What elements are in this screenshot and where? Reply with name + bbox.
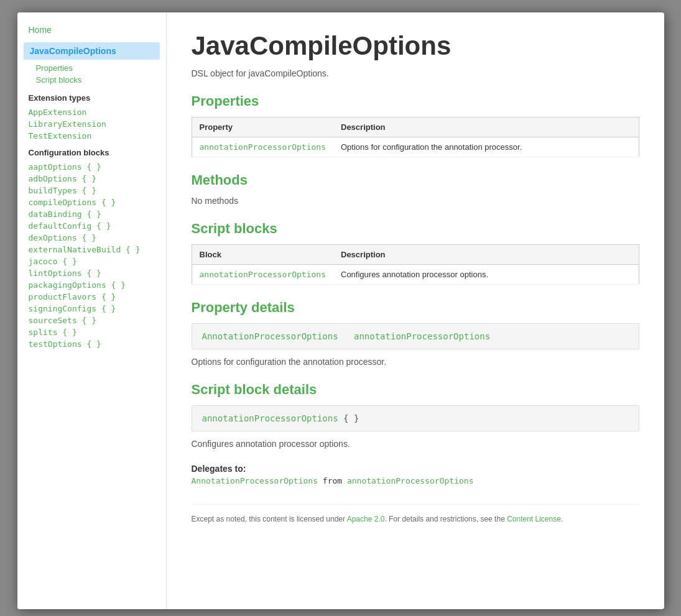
sidebar-item-signingconfigs[interactable]: signingConfigs { } (24, 303, 160, 315)
sidebar-item-sourcesets[interactable]: sourceSets { } (24, 315, 160, 326)
sidebar-item-testoptions[interactable]: testOptions { } (24, 338, 160, 350)
script-blocks-col-description: Description (333, 245, 639, 265)
sidebar-item-appextension[interactable]: AppExtension (24, 106, 160, 118)
sidebar-item-splits[interactable]: splits { } (24, 326, 160, 338)
block-desc-annotation: Configures annotation processor options. (333, 265, 639, 285)
properties-col-description: Description (333, 117, 639, 137)
sidebar-item-jacoco[interactable]: jacoco { } (24, 255, 160, 267)
extension-types-title: Extension types (29, 93, 160, 103)
sidebar-item-libraryextension[interactable]: LibraryExtension (24, 118, 160, 130)
no-methods-text: No methods (192, 196, 639, 206)
table-row: annotationProcessorOptions Options for c… (192, 137, 639, 157)
main-content: JavaCompileOptions DSL object for javaCo… (167, 12, 664, 609)
sidebar-item-defaultconfig[interactable]: defaultConfig { } (24, 220, 160, 232)
script-block-detail-name[interactable]: annotationProcessorOptions (202, 413, 338, 423)
sidebar-item-packagingoptions[interactable]: packagingOptions { } (24, 279, 160, 291)
delegates-type-link[interactable]: AnnotationProcessorOptions (192, 476, 318, 485)
block-link-annotation[interactable]: annotationProcessorOptions (200, 270, 327, 279)
footer-text-before: Except as noted, this content is license… (192, 515, 347, 523)
sidebar-item-productflavors[interactable]: productFlavors { } (24, 291, 160, 303)
property-detail-box: AnnotationProcessorOptions annotationPro… (192, 323, 639, 349)
script-block-detail-description: Configures annotation processor options. (192, 439, 639, 449)
delegates-from-text: from (323, 476, 342, 485)
sidebar-item-buildtypes[interactable]: buildTypes { } (24, 185, 160, 196)
properties-section-title: Properties (192, 93, 639, 109)
sidebar-item-testextension[interactable]: TestExtension (24, 130, 160, 142)
footer-text-after: . (561, 515, 563, 523)
sidebar-item-databinding[interactable]: dataBinding { } (24, 208, 160, 220)
sidebar-sub-properties[interactable]: Properties (36, 62, 160, 74)
table-row: annotationProcessorOptions Configures an… (192, 265, 639, 285)
sidebar-current-item[interactable]: JavaCompileOptions (24, 42, 160, 60)
page-title: JavaCompileOptions (192, 31, 639, 61)
delegates-title: Delegates to: (192, 464, 639, 474)
home-link[interactable]: Home (29, 25, 52, 35)
sidebar-item-lintoptions[interactable]: lintOptions { } (24, 267, 160, 279)
script-block-details-section-title: Script block details (192, 382, 639, 398)
sidebar-item-adboptions[interactable]: adbOptions { } (24, 173, 160, 185)
delegates-content: AnnotationProcessorOptions from annotati… (192, 476, 639, 485)
properties-table: Property Description annotationProcessor… (192, 117, 639, 157)
script-block-detail-box: annotationProcessorOptions { } (192, 405, 639, 431)
script-blocks-section-title: Script blocks (192, 221, 639, 237)
property-desc-annotation: Options for configuration the annotation… (333, 137, 639, 157)
script-block-detail-suffix: { } (343, 413, 359, 423)
content-license-link[interactable]: Content License (507, 515, 561, 523)
property-detail-type[interactable]: AnnotationProcessorOptions (202, 331, 338, 341)
page-footer: Except as noted, this content is license… (192, 504, 639, 523)
script-blocks-col-block: Block (192, 245, 333, 265)
script-blocks-table: Block Description annotationProcessorOpt… (192, 244, 639, 285)
property-link-annotation[interactable]: annotationProcessorOptions (200, 142, 327, 152)
property-details-section-title: Property details (192, 300, 639, 316)
delegates-name-link[interactable]: annotationProcessorOptions (347, 476, 474, 485)
methods-section-title: Methods (192, 172, 639, 188)
sidebar-item-compileoptions[interactable]: compileOptions { } (24, 196, 160, 208)
sidebar-item-dexoptions[interactable]: dexOptions { } (24, 232, 160, 244)
config-blocks-title: Configuration blocks (29, 148, 160, 157)
page-description: DSL object for javaCompileOptions. (192, 68, 639, 78)
property-detail-name[interactable]: annotationProcessorOptions (354, 331, 490, 341)
sidebar-home[interactable]: Home (24, 25, 160, 35)
sidebar: Home JavaCompileOptions Properties Scrip… (17, 12, 167, 609)
sidebar-sub-items: Properties Script blocks (24, 62, 160, 86)
property-detail-description: Options for configuration the annotation… (192, 357, 639, 367)
properties-col-property: Property (192, 117, 333, 137)
sidebar-item-externalnativebuild[interactable]: externalNativeBuild { } (24, 244, 160, 255)
sidebar-sub-script-blocks[interactable]: Script blocks (36, 74, 160, 86)
sidebar-item-aaptoptions[interactable]: aaptOptions { } (24, 161, 160, 173)
delegates-section: Delegates to: AnnotationProcessorOptions… (192, 464, 639, 485)
apache-license-link[interactable]: Apache 2.0 (347, 515, 385, 523)
footer-text-middle: . For details and restrictions, see the (384, 515, 507, 523)
